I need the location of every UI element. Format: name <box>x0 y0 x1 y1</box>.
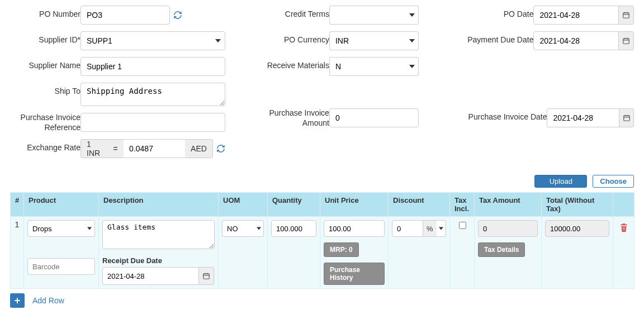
product-input[interactable] <box>27 220 85 237</box>
svg-marker-1 <box>409 13 415 17</box>
purchase-invoice-date-label: Purchase Invoice Date <box>463 108 547 121</box>
exchange-from-label: 1 INR <box>80 139 107 158</box>
th-total: Total (Without Tax) <box>542 193 613 217</box>
receipt-due-date-label: Receipt Due Date <box>102 256 215 265</box>
receipt-due-date-input[interactable] <box>102 267 199 285</box>
credit-terms-caret[interactable] <box>405 6 418 25</box>
unit-price-input[interactable] <box>324 220 385 237</box>
add-row-button[interactable]: + <box>10 293 25 308</box>
supplier-name-label: Supplier Name <box>10 57 80 70</box>
receipt-due-date-calendar-icon[interactable] <box>199 267 214 285</box>
purchase-invoice-reference-input[interactable] <box>80 113 225 132</box>
row-num: 1 <box>11 217 24 289</box>
purchase-invoice-date-calendar-icon[interactable] <box>619 108 634 127</box>
description-textarea[interactable] <box>102 220 215 249</box>
purchase-invoice-reference-label: Purchase Invoice Reference <box>10 113 80 132</box>
table-header: # Product Description UOM Quantity Unit … <box>11 193 634 217</box>
receive-materials-caret[interactable] <box>405 57 418 76</box>
svg-marker-3 <box>409 65 415 68</box>
po-number-label: PO Number <box>10 6 80 18</box>
th-product: Product <box>24 193 99 217</box>
exchange-refresh-icon[interactable] <box>216 144 225 153</box>
th-quantity: Quantity <box>268 193 320 217</box>
po-currency-caret[interactable] <box>405 31 418 50</box>
tax-incl-checkbox[interactable] <box>459 222 466 229</box>
purchase-invoice-amount-input[interactable] <box>329 108 419 127</box>
svg-marker-0 <box>215 39 221 42</box>
th-uom: UOM <box>219 193 268 217</box>
total-input <box>545 220 609 237</box>
purchase-invoice-amount-label: Purchase Invoice Amount <box>259 108 329 128</box>
payment-due-date-input[interactable] <box>533 31 619 50</box>
svg-rect-8 <box>623 39 629 44</box>
supplier-id-label: Supplier ID* <box>10 31 80 44</box>
exchange-to-label: AED <box>185 139 213 158</box>
svg-rect-17 <box>203 274 210 279</box>
tax-amount-input <box>478 220 538 237</box>
th-discount: Discount <box>389 193 450 217</box>
discount-unit-caret[interactable] <box>437 220 446 237</box>
ship-to-label: Ship To <box>10 83 80 96</box>
upload-button[interactable]: Upload <box>534 175 587 188</box>
th-unit-price: Unit Price <box>320 193 389 217</box>
th-tax-incl: Tax Incl. <box>450 193 475 217</box>
uom-input[interactable] <box>222 220 255 237</box>
discount-input[interactable] <box>392 220 423 237</box>
exchange-rate-input[interactable] <box>124 139 185 158</box>
table-row: 1 Receipt Due Date <box>11 217 634 289</box>
po-date-input[interactable] <box>533 6 619 25</box>
po-currency-label: PO Currency <box>259 31 329 44</box>
payment-due-date-calendar-icon[interactable] <box>619 31 634 50</box>
th-tax-amount: Tax Amount <box>475 193 542 217</box>
svg-marker-21 <box>257 227 261 230</box>
th-description: Description <box>99 193 219 217</box>
po-number-input[interactable] <box>80 6 170 25</box>
tax-details-button[interactable]: Tax Details <box>478 242 525 257</box>
payment-due-date-label: Payment Due Date <box>463 31 533 44</box>
po-date-calendar-icon[interactable] <box>619 6 634 25</box>
svg-marker-16 <box>87 227 92 230</box>
mrp-badge: MRP: 0 <box>324 242 359 257</box>
svg-rect-4 <box>623 13 629 18</box>
delete-row-icon[interactable] <box>619 222 629 232</box>
credit-terms-label: Credit Terms <box>259 6 329 18</box>
exchange-rate-label: Exchange Rate <box>10 139 80 152</box>
ship-to-textarea[interactable] <box>80 83 225 106</box>
receive-materials-label: Receive Materials <box>259 57 329 70</box>
th-num: # <box>11 193 24 217</box>
refresh-icon[interactable] <box>173 11 182 20</box>
svg-rect-12 <box>623 116 629 121</box>
product-caret[interactable] <box>85 220 95 237</box>
supplier-id-caret[interactable] <box>211 31 225 50</box>
purchase-history-button[interactable]: Purchase History <box>324 263 385 285</box>
po-currency-input[interactable] <box>329 31 406 50</box>
choose-button[interactable]: Choose <box>593 175 634 188</box>
po-date-label: PO Date <box>463 6 533 18</box>
purchase-invoice-date-input[interactable] <box>547 108 619 127</box>
supplier-id-input[interactable] <box>80 31 211 50</box>
supplier-name-input[interactable] <box>80 57 225 76</box>
receive-materials-input[interactable] <box>329 57 406 76</box>
credit-terms-input[interactable] <box>329 6 406 25</box>
barcode-input[interactable] <box>27 258 95 275</box>
svg-marker-2 <box>409 39 415 42</box>
exchange-eq-label: = <box>107 139 124 158</box>
quantity-input[interactable] <box>271 220 316 237</box>
uom-caret[interactable] <box>255 220 264 237</box>
discount-unit-label: % <box>423 220 437 237</box>
add-row-link[interactable]: Add Row <box>32 296 64 305</box>
svg-marker-22 <box>439 227 443 230</box>
